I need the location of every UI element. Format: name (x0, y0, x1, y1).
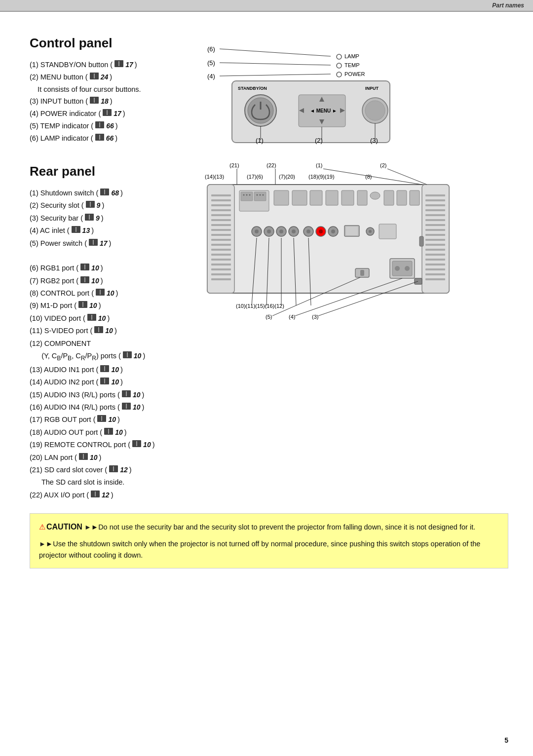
list-item: (19) REMOTE CONTROL port (10) (30, 439, 192, 451)
svg-point-99 (255, 229, 259, 233)
svg-text:(5): (5) (207, 59, 215, 67)
top-divider (0, 11, 533, 12)
svg-rect-67 (425, 224, 445, 226)
book-icon (72, 226, 80, 233)
svg-rect-92 (342, 190, 354, 205)
header-bar: Part names (0, 0, 533, 11)
svg-point-84 (249, 194, 251, 196)
svg-point-109 (319, 229, 323, 233)
svg-rect-57 (211, 264, 231, 265)
svg-point-83 (246, 194, 248, 196)
svg-rect-56 (211, 259, 231, 261)
list-item: (6) LAMP indicator (66) (30, 132, 188, 145)
svg-line-4 (220, 63, 331, 65)
svg-rect-53 (211, 244, 231, 246)
book-icon (91, 491, 100, 497)
book-icon (87, 314, 96, 321)
svg-point-103 (279, 229, 283, 233)
rear-panel-diagram: (21) (22) (1) (2) (14)(13) (17)(6) (7)(2… (202, 160, 508, 501)
list-item: (18) AUDIO OUT port (10) (30, 426, 192, 439)
list-item: It consists of four cursor buttons. (30, 83, 188, 96)
book-icon (86, 201, 95, 208)
svg-rect-76 (425, 268, 445, 270)
list-item: (1) STANDBY/ON button (17) (30, 59, 188, 71)
book-icon (79, 453, 88, 460)
svg-rect-62 (425, 199, 445, 201)
svg-rect-71 (425, 244, 445, 246)
svg-rect-78 (425, 278, 445, 280)
svg-line-5 (220, 74, 331, 76)
list-item: (10) VIDEO port (10) (30, 312, 192, 325)
list-item: (3) Security bar (9) (30, 212, 192, 225)
book-icon (96, 289, 105, 296)
svg-rect-61 (425, 194, 445, 196)
svg-point-10 (337, 63, 342, 68)
svg-point-87 (263, 194, 264, 196)
book-icon (122, 403, 131, 410)
list-item: (8) CONTROL port (10) (30, 287, 192, 300)
control-panel-left: Control panel (1) STANDBY/ON button (17)… (30, 32, 188, 145)
svg-rect-64 (425, 209, 445, 211)
book-icon (100, 189, 109, 195)
svg-text:(3): (3) (370, 137, 378, 144)
svg-point-9 (337, 54, 342, 59)
list-item: (21) SD card slot cover (12) (30, 464, 192, 476)
control-panel-diagram: (6) (5) (4) LAMP TEMP POWER (202, 32, 508, 145)
book-icon (104, 428, 113, 435)
control-panel-title: Control panel (30, 36, 188, 51)
warning-triangle-icon: ⚠ (39, 523, 45, 531)
svg-rect-49 (211, 224, 231, 226)
svg-rect-81 (254, 192, 266, 201)
list-item: (6) RGB1 port (10) (30, 262, 192, 274)
caution-text1: ►Do not use the security bar and the sec… (91, 523, 475, 531)
list-item: (2) Security slot (9) (30, 199, 192, 212)
book-icon (95, 121, 104, 128)
svg-rect-46 (211, 209, 231, 211)
svg-rect-70 (425, 239, 445, 241)
main-content: Control panel (1) STANDBY/ON button (17)… (0, 17, 533, 583)
list-item: (5) Power switch (17) (30, 237, 192, 250)
svg-text:(2): (2) (380, 162, 386, 168)
list-item: (1) Shutdown switch (68) (30, 187, 192, 199)
list-item: (15) AUDIO IN3 (R/L) ports (10) (30, 389, 192, 401)
svg-point-107 (306, 229, 310, 233)
svg-rect-50 (211, 229, 231, 231)
book-icon (123, 351, 132, 358)
svg-point-120 (405, 266, 410, 271)
svg-text:(1): (1) (256, 137, 264, 144)
svg-rect-113 (346, 227, 358, 235)
book-icon (109, 465, 118, 472)
svg-text:LAMP: LAMP (344, 53, 359, 59)
rear-panel-section: Rear panel (1) Shutdown switch (68) (2) … (30, 160, 508, 501)
svg-rect-68 (425, 229, 445, 231)
list-item: (2) MENU button (24) (30, 71, 188, 83)
svg-rect-96 (397, 190, 407, 205)
svg-rect-58 (211, 268, 231, 270)
svg-rect-75 (425, 264, 445, 265)
caution-box: ⚠CAUTION ►►Do not use the security bar a… (30, 513, 508, 568)
svg-text:(4): (4) (207, 73, 215, 80)
cp-diagram-svg: (6) (5) (4) LAMP TEMP POWER (202, 37, 400, 150)
book-icon (132, 440, 141, 447)
list-item: (20) LAN port (10) (30, 452, 192, 464)
rear-panel-title: Rear panel (30, 164, 192, 179)
svg-point-115 (369, 230, 372, 233)
svg-rect-44 (211, 199, 231, 201)
svg-rect-60 (211, 278, 231, 280)
book-icon (85, 214, 94, 221)
control-panel-list: (1) STANDBY/ON button (17) (2) MENU butt… (30, 59, 188, 144)
svg-rect-63 (425, 204, 445, 206)
list-item: (13) AUDIO IN1 port (10) (30, 364, 192, 376)
svg-rect-116 (379, 224, 396, 239)
rear-panel-left: Rear panel (1) Shutdown switch (68) (2) … (30, 160, 192, 501)
svg-rect-80 (241, 192, 253, 201)
list-item: (3) INPUT button (18) (30, 95, 188, 108)
svg-text:(7)(20): (7)(20) (279, 174, 295, 180)
list-item: (14) AUDIO IN2 port (10) (30, 376, 192, 388)
svg-rect-89 (292, 190, 307, 205)
book-icon (95, 134, 104, 141)
svg-rect-72 (425, 249, 445, 251)
book-icon (94, 326, 103, 333)
list-item: (11) S-VIDEO port (10) (30, 325, 192, 337)
book-icon (90, 73, 99, 79)
